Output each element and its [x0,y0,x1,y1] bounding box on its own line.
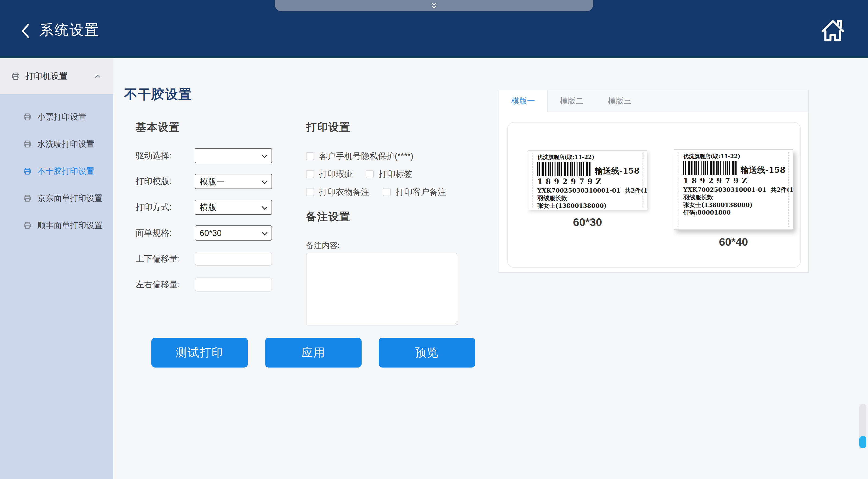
print-customer-remark-checkbox[interactable] [383,188,391,196]
template-preview-canvas: 优洗旗舰店(取:11-22) 输送线-158 1892979Z YXK70025… [507,122,801,268]
item-line: 羽绒服长款 [537,194,640,202]
item-line: 羽绒服长款 [683,194,786,201]
sidebar-item-washlabel-print[interactable]: 水洗唛打印设置 [0,130,113,158]
horizontal-offset-row: 左右偏移量: [135,277,279,292]
home-icon [819,15,846,45]
template-preview-body: 优洗旗舰店(取:11-22) 输送线-158 1892979Z YXK70025… [499,111,808,273]
vertical-offset-row: 上下偏移量: [135,251,279,266]
tear-line-right [643,153,643,207]
label-card: 优洗旗舰店(取:11-22) 输送线-158 1892979Z YXK70025… [528,150,647,210]
barcode-image [537,162,592,176]
sidebar-item-jd-waybill-print[interactable]: 京东面单打印设置 [0,185,113,212]
tab-template-3[interactable]: 模版三 [596,90,644,111]
label-card: 优洗旗舰店(取:11-22) 输送线-158 1892979Z YXK70025… [674,150,793,230]
tab-template-1[interactable]: 模版一 [499,90,548,112]
remark-checkbox-row: 打印衣物备注 打印客户备注 [306,187,496,197]
remark-content-label: 备注内容: [306,240,496,251]
page-title: 不干胶设置 [124,86,192,103]
privacy-protect-checkbox[interactable] [306,152,314,160]
double-chevron-down-icon [428,2,440,10]
conveyor-line: 输送线-158 [595,167,640,176]
field-label: 上下偏移量: [135,253,195,264]
apply-button[interactable]: 应用 [265,338,362,368]
printer-icon [23,139,32,149]
top-bar: 系统设置 [0,0,868,58]
sidebar-group-label: 打印机设置 [26,70,67,82]
sidebar-submenu: 小票打印设置 水洗唛打印设置 不干胶打印设置 [0,94,113,239]
barcode-image [683,161,738,175]
preview-button[interactable]: 预览 [379,338,475,368]
tear-line-left [678,152,678,227]
sidebar-item-label: 不干胶打印设置 [37,166,94,177]
chevron-up-icon [93,72,102,81]
print-settings-section: 打印设置 客户手机号隐私保护(****) 打印瑕疵 打印标签 打印衣物备注 [306,120,496,326]
field-label: 驱动选择: [135,150,195,161]
tear-line-left [532,153,532,207]
barcode-text: 1892979Z [537,178,640,186]
print-mode-select[interactable]: 横版 [195,200,272,215]
sidebar-group-printer-settings[interactable]: 打印机设置 [0,58,113,94]
printer-icon [23,112,32,122]
printer-icon [23,194,32,203]
screen: 系统设置 打印机设置 [0,0,868,479]
label-preview-60x30: 优洗旗舰店(取:11-22) 输送线-158 1892979Z YXK70025… [528,150,647,229]
tear-line-right [788,152,789,227]
remark-content-textarea[interactable] [306,253,457,325]
template-select-row: 打印模版: 模版一 [135,174,279,189]
sidebar-item-receipt-print[interactable]: 小票打印设置 [0,103,113,130]
sidebar-item-label: 京东面单打印设置 [37,193,102,204]
label-preview-60x40: 优洗旗舰店(取:11-22) 输送线-158 1892979Z YXK70025… [674,150,793,249]
label-size-select[interactable]: 60*30 [195,225,272,241]
pin-code-line: 钉码:80001800 [683,209,786,217]
order-line: YXK70025030310001-01共2件(1/2) [683,186,786,194]
label-size-caption: 60*40 [674,236,793,249]
barcode-text: 1892979Z [683,177,786,185]
print-settings-title: 打印设置 [306,120,496,134]
remark-settings-title: 备注设置 [306,210,496,224]
scrollbar-thumb[interactable] [859,436,866,448]
printer-icon [23,221,32,230]
customer-line: 张女士(13800138000) [537,202,640,210]
template-preview-panel: 模版一 模版二 模版三 优洗旗舰店(取:11-22) 输送线-158 18929… [499,90,809,273]
store-line: 优洗旗舰店(取:11-22) [683,153,786,160]
basic-settings-title: 基本设置 [135,120,279,134]
top-drawer-handle[interactable] [275,0,593,11]
tab-template-2[interactable]: 模版二 [548,90,596,111]
field-label: 打印方式: [135,201,195,213]
flaw-tag-row: 打印瑕疵 打印标签 [306,169,496,180]
sidebar-item-label: 小票打印设置 [37,111,86,123]
chevron-left-icon [19,21,33,41]
horizontal-offset-input[interactable] [195,278,272,292]
orientation-select-row: 打印方式: 横版 [135,200,279,215]
sidebar-item-sf-waybill-print[interactable]: 顺丰面单打印设置 [0,212,113,239]
sidebar-item-label: 顺丰面单打印设置 [37,220,102,231]
test-print-button[interactable]: 测试打印 [151,338,248,368]
action-buttons: 测试打印 应用 预览 [151,338,475,368]
sidebar-item-sticker-print[interactable]: 不干胶打印设置 [0,158,113,185]
print-tag-checkbox[interactable] [366,170,374,178]
printer-icon [11,71,21,81]
field-label: 左右偏移量: [135,279,195,290]
driver-select-row: 驱动选择: [135,148,279,163]
vertical-offset-input[interactable] [195,252,272,266]
order-line: YXK70025030310001-01共2件(1/2) [537,187,640,194]
template-tabs: 模版一 模版二 模版三 [499,90,808,111]
print-garment-remark-checkbox[interactable] [306,188,314,196]
checkbox-label: 客户手机号隐私保护(****) [319,151,413,162]
printer-icon [23,166,32,176]
checkbox-label: 打印瑕疵 [319,168,352,180]
checkbox-label: 打印客户备注 [396,186,446,198]
back-button[interactable] [19,21,33,41]
print-template-select[interactable]: 模版一 [195,174,272,189]
label-size-caption: 60*30 [528,216,647,229]
sidebar-item-label: 水洗唛打印设置 [37,138,94,150]
sidebar: 打印机设置 小票打印设置 [0,58,113,479]
privacy-row: 客户手机号隐私保护(****) [306,151,496,162]
home-button[interactable] [819,15,846,45]
print-flaw-checkbox[interactable] [306,170,314,178]
conveyor-line: 输送线-158 [741,166,785,175]
customer-line: 张女士(13800138000) [683,201,786,209]
driver-select[interactable] [195,148,272,163]
checkbox-label: 打印标签 [379,168,412,180]
field-label: 打印模版: [135,176,195,187]
